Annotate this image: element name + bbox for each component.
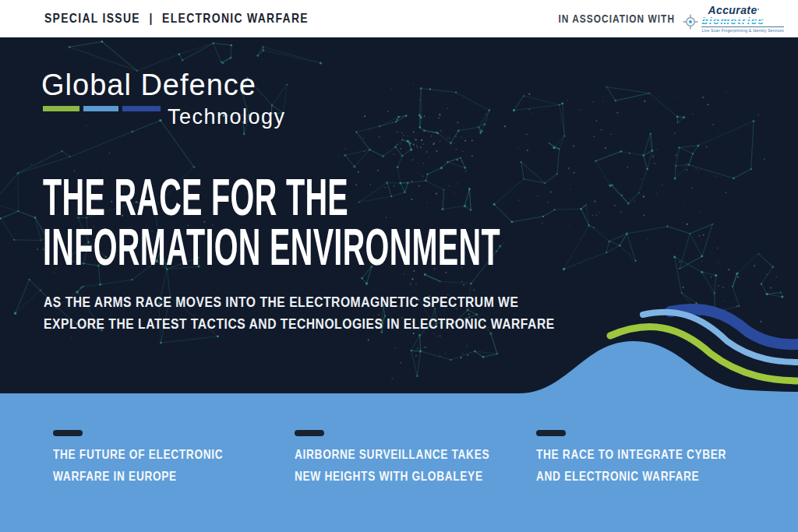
top-bar: SPECIAL ISSUE | ELECTRONIC WARFARE IN AS… [0, 0, 798, 37]
trademark-mark: ’ [757, 7, 760, 14]
brand-subname: Technology [168, 105, 286, 129]
teaser-1-line2: WARFARE IN EUROPE [53, 465, 223, 487]
crosshair-icon [683, 14, 698, 30]
issue-banner: SPECIAL ISSUE | ELECTRONIC WARFARE [44, 11, 309, 26]
brand-name: Global Defence [41, 69, 256, 102]
teaser-article-2[interactable]: AIRBORNE SURVEILLANCE TAKES NEW HEIGHTS … [295, 427, 530, 487]
issue-topic: ELECTRONIC WARFARE [162, 11, 309, 26]
teaser-dash [295, 430, 324, 436]
teaser-article-1[interactable]: THE FUTURE OF ELECTRONIC WARFARE IN EURO… [53, 427, 258, 487]
cover-title-line2: INFORMATION ENVIRONMENT [43, 222, 500, 272]
brand-bar-dark-blue [122, 106, 161, 111]
teaser-3-line1: THE RACE TO INTEGRATE CYBER [536, 443, 726, 465]
sponsor-rule [701, 26, 784, 27]
scanline-decoration [700, 21, 766, 23]
sponsor-subname-wrap: biometrics [701, 16, 764, 26]
sponsor-logo[interactable]: Accurate’ biometrics Live Scan Fingerpri… [683, 5, 784, 33]
brand-bar-green [43, 106, 79, 111]
teaser-dash [536, 430, 566, 436]
brand-bar-light-blue [83, 106, 118, 111]
cover-dek-line2: EXPLORE THE LATEST TACTICS AND TECHNOLOG… [44, 313, 555, 335]
cover-hero: Global Defence Technology THE RACE FOR T… [0, 37, 798, 532]
cover-dek-line1: AS THE ARMS RACE MOVES INTO THE ELECTROM… [44, 291, 555, 313]
association-label: IN ASSOCIATION WITH [559, 12, 676, 25]
scanline-decoration [700, 18, 766, 19]
teaser-article-3[interactable]: THE RACE TO INTEGRATE CYBER AND ELECTRON… [536, 427, 765, 487]
cover-title: THE RACE FOR THE INFORMATION ENVIRONMENT [43, 172, 798, 272]
teaser-2-line2: NEW HEIGHTS WITH GLOBALEYE [295, 465, 489, 487]
cover-dek: AS THE ARMS RACE MOVES INTO THE ELECTROM… [44, 291, 631, 335]
issue-divider: | [149, 11, 153, 26]
teaser-row: THE FUTURE OF ELECTRONIC WARFARE IN EURO… [0, 427, 798, 532]
brand-bars [43, 106, 161, 111]
swoosh-green [610, 327, 798, 381]
magazine-cover: SPECIAL ISSUE | ELECTRONIC WARFARE IN AS… [0, 0, 798, 532]
swoosh-light-blue [643, 312, 798, 362]
swoosh-dark-blue [670, 309, 798, 344]
cover-title-line1: THE RACE FOR THE [43, 172, 500, 222]
issue-label: SPECIAL ISSUE [44, 11, 140, 26]
teaser-1-line1: THE FUTURE OF ELECTRONIC [53, 443, 223, 465]
sponsor-wordmark: Accurate’ biometrics Live Scan Fingerpri… [701, 5, 784, 33]
teaser-2-line1: AIRBORNE SURVEILLANCE TAKES [295, 443, 489, 465]
association-block: IN ASSOCIATION WITH Accurate’ biometrics [538, 5, 784, 33]
teaser-3-line2: AND ELECTRONIC WARFARE [536, 465, 726, 487]
sponsor-tagline: Live Scan Fingerprinting & Identity Serv… [701, 28, 784, 33]
teaser-dash [53, 430, 83, 436]
